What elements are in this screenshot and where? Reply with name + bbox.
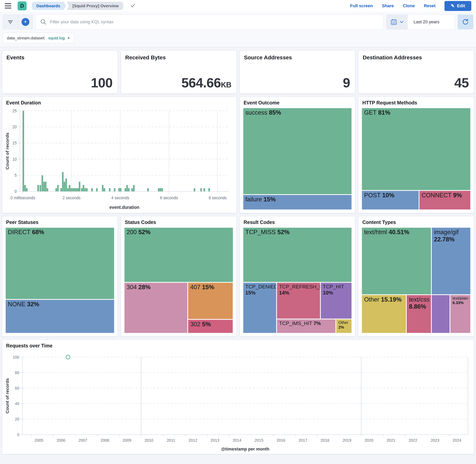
date-picker: Last 20 years — [386, 15, 455, 29]
treemap-tile-post[interactable]: POST 10% — [362, 191, 419, 210]
add-filter-button[interactable]: + — [18, 15, 33, 29]
treemap-tile-tcp-miss[interactable]: TCP_MISS 52% — [243, 227, 352, 282]
metric-title: Events — [7, 55, 24, 61]
treemap-tile-get[interactable]: GET 81% — [362, 108, 471, 191]
refresh-button[interactable] — [457, 15, 473, 29]
treemap-tile-tcp-ims-hit[interactable]: TCP_IMS_HIT 7% — [277, 319, 336, 333]
event-outcome-treemap[interactable]: success 85%failure 15% — [243, 108, 352, 210]
treemap-tile-success[interactable]: success 85% — [243, 108, 352, 194]
panel-http-request-methods: HTTP Request Methods GET 81%POST 10%CONN… — [358, 97, 474, 213]
panel-title: Result Codes — [240, 216, 355, 226]
treemap-tile-other[interactable]: Other 2% — [336, 319, 352, 333]
refresh-icon — [462, 18, 469, 26]
treemap-tile-tcp-hit[interactable]: TCP_HIT 10% — [320, 282, 352, 319]
treemap-tile-407[interactable]: 407 15% — [188, 282, 233, 319]
http-request-methods-treemap[interactable]: GET 81%POST 10%CONNECT 9% — [362, 108, 471, 210]
treemap-tile-tcp-refresh-hit[interactable]: TCP_REFRESH_HIT 14% — [277, 282, 320, 319]
breadcrumb-dashboards[interactable]: Dashboards — [32, 2, 66, 10]
svg-text:2022: 2022 — [409, 438, 417, 443]
menu-icon[interactable] — [5, 3, 11, 9]
svg-text:2 seconds: 2 seconds — [63, 195, 81, 200]
content-types-treemap[interactable]: text/html 40.51%image/gif 22.78%Other 15… — [362, 227, 471, 333]
svg-text:2006: 2006 — [56, 438, 65, 443]
treemap-tile-tcp-denied[interactable]: TCP_DENIED 15% — [243, 282, 277, 333]
filter-pill[interactable]: data_stream.dataset: squid.log × — [3, 33, 74, 43]
dashboard-grid: Events 100 Received Bytes 564.66KB Sourc… — [0, 47, 476, 457]
treemap-tile-connect[interactable]: CONNECT 9% — [419, 191, 471, 210]
svg-text:20: 20 — [15, 417, 19, 421]
metric-value: 564.66KB — [181, 75, 231, 90]
full-screen-button[interactable]: Full screen — [350, 3, 373, 9]
treemap-tile-200[interactable]: 200 52% — [124, 227, 233, 282]
reset-button[interactable]: Reset — [424, 3, 436, 9]
saved-check-icon — [130, 2, 136, 9]
treemap-tile-text-plain[interactable]: text/plain 6.33% — [450, 295, 471, 333]
panel-title: Requests over Time — [2, 340, 474, 350]
panel-title: Status Codes — [121, 216, 236, 226]
svg-text:20: 20 — [12, 125, 17, 129]
metric-card-received-bytes: Received Bytes 564.66KB — [121, 50, 237, 94]
filter-controls: + — [3, 15, 33, 29]
peer-statuses-treemap[interactable]: DIRECT 68%NONE 32% — [5, 227, 114, 333]
metric-title: Received Bytes — [125, 55, 166, 61]
remove-filter-icon[interactable]: × — [67, 36, 70, 40]
treemap-tile-unlabeled[interactable] — [431, 295, 450, 333]
svg-text:8 seconds: 8 seconds — [209, 195, 227, 200]
clone-button[interactable]: Clone — [403, 3, 415, 9]
svg-text:2011: 2011 — [167, 438, 175, 443]
treemap-tile-failure[interactable]: failure 15% — [243, 194, 352, 210]
svg-text:100: 100 — [13, 355, 19, 359]
event-duration-histogram[interactable]: 05101520250 milliseconds2 seconds4 secon… — [4, 106, 235, 212]
svg-text:event.duration: event.duration — [109, 205, 139, 210]
svg-text:0: 0 — [14, 189, 17, 194]
svg-text:2012: 2012 — [188, 438, 197, 443]
edit-button[interactable]: ✎ Edit — [445, 1, 471, 11]
svg-text:2005: 2005 — [34, 438, 43, 443]
metric-card-destination-addresses: Destination Addresses 45 — [358, 50, 474, 94]
svg-text:0: 0 — [17, 433, 19, 437]
query-bar-section: + L — [0, 12, 476, 47]
treemap-tile-none[interactable]: NONE 32% — [5, 300, 114, 333]
share-button[interactable]: Share — [382, 3, 394, 9]
svg-text:@timestamp per month: @timestamp per month — [221, 446, 269, 452]
svg-text:2016: 2016 — [277, 438, 285, 443]
treemap-tile-image-gif[interactable]: image/gif 22.78% — [431, 227, 471, 295]
panel-peer-statuses: Peer Statuses DIRECT 68%NONE 32% — [2, 216, 118, 337]
treemap-tile-304[interactable]: 304 28% — [124, 282, 188, 333]
svg-text:10: 10 — [12, 157, 17, 162]
svg-text:60: 60 — [15, 386, 19, 390]
status-codes-treemap[interactable]: 200 52%304 28%407 15%302 5% — [124, 227, 233, 333]
svg-text:2007: 2007 — [78, 438, 87, 443]
treemap-tile-direct[interactable]: DIRECT 68% — [5, 227, 114, 300]
treemap-tile-text-css[interactable]: text/css 8.86% — [406, 295, 431, 333]
treemap-tile-other[interactable]: Other 15.19% — [362, 295, 406, 333]
kql-search-input[interactable] — [50, 19, 379, 25]
chevron-down-icon — [400, 20, 404, 24]
requests-over-time-chart[interactable]: 0204060801002005200620072008200920102011… — [4, 349, 472, 453]
svg-text:6 seconds: 6 seconds — [160, 195, 178, 200]
svg-text:2023: 2023 — [431, 438, 439, 443]
filter-pill-value: squid.log — [48, 36, 65, 40]
top-bar: D Dashboards [Squid Proxy] Overview Full… — [0, 0, 476, 12]
result-codes-treemap[interactable]: TCP_MISS 52%TCP_DENIED 15%TCP_REFRESH_HI… — [243, 227, 352, 333]
svg-text:2015: 2015 — [255, 438, 263, 443]
date-picker-calendar-button[interactable] — [387, 15, 408, 29]
time-range-button[interactable]: Last 20 years — [408, 15, 455, 29]
svg-text:2009: 2009 — [122, 438, 131, 443]
filter-options-button[interactable] — [3, 15, 18, 29]
breadcrumb-current-dashboard[interactable]: [Squid Proxy] Overview — [66, 2, 123, 10]
svg-text:2014: 2014 — [233, 438, 241, 443]
space-avatar-letter: D — [20, 3, 24, 9]
space-avatar[interactable]: D — [18, 1, 27, 10]
svg-text:4 seconds: 4 seconds — [111, 195, 129, 200]
treemap-tile-text-html[interactable]: text/html 40.51% — [362, 227, 431, 295]
metric-value: 100 — [91, 75, 112, 90]
svg-text:Count of records: Count of records — [5, 133, 10, 170]
treemap-tile-302[interactable]: 302 5% — [188, 319, 233, 333]
svg-text:40: 40 — [15, 402, 19, 406]
svg-text:2010: 2010 — [145, 438, 153, 443]
metric-value: 45 — [454, 75, 469, 90]
panel-status-codes: Status Codes 200 52%304 28%407 15%302 5% — [121, 216, 237, 337]
plus-icon: + — [21, 18, 29, 26]
panel-title: Event Outcome — [240, 97, 355, 107]
